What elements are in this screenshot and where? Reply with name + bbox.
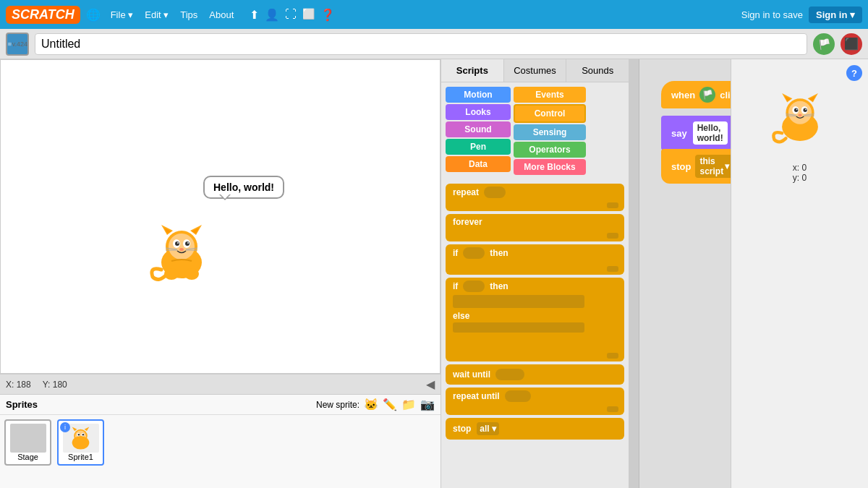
category-sensing[interactable]: Sensing [514, 124, 586, 140]
ws-say-block[interactable]: say Hello, world! [661, 116, 731, 150]
ws-stop-label: stop [671, 161, 691, 172]
if-label: if [453, 248, 458, 258]
sign-in-button[interactable]: Sign in ▾ [809, 7, 862, 23]
ws-say-input[interactable]: Hello, world! [693, 121, 728, 145]
help-icon[interactable]: ❓ [320, 8, 335, 22]
ws-hat-block[interactable]: when 🏳️ clicked [661, 81, 731, 108]
category-sound[interactable]: Sound [446, 121, 511, 137]
right-panel: ? [731, 59, 868, 488]
tab-scripts[interactable]: Scripts [441, 59, 504, 82]
category-control[interactable]: Control [514, 104, 586, 123]
ws-stop-block[interactable]: stop this script ▾ [661, 149, 731, 184]
category-looks[interactable]: Looks [446, 104, 511, 120]
ws-stop-dropdown[interactable]: this script ▾ [695, 155, 731, 178]
y-display: y: 0 [793, 173, 807, 183]
repeat-slot [484, 187, 506, 198]
info-badge[interactable]: i [60, 422, 70, 432]
edit-menu[interactable]: Edit ▾ [140, 8, 173, 22]
globe-icon[interactable]: 🌐 [86, 8, 101, 22]
scroll-arrow[interactable]: ◀ [426, 377, 435, 391]
category-more-blocks[interactable]: More Blocks [514, 159, 586, 175]
tab-sounds[interactable]: Sounds [566, 59, 629, 82]
repeat-block[interactable]: repeat [446, 184, 624, 211]
stage-thumb [10, 424, 46, 453]
x-display: x: 0 [793, 163, 807, 173]
speech-bubble: Hello, world! [203, 176, 284, 199]
svg-marker-26 [85, 427, 90, 431]
category-data[interactable]: Data [446, 156, 511, 172]
upload-sprite-icon[interactable]: 📁 [401, 398, 416, 411]
if-condition-slot [463, 247, 485, 259]
repeat-until-label: repeat until [453, 391, 500, 401]
stop-label: stop [453, 424, 471, 434]
paint-sprite-icon[interactable]: 🐱 [364, 398, 378, 411]
sign-in-to-save[interactable]: Sign in to save [741, 9, 803, 20]
category-pen[interactable]: Pen [446, 139, 511, 155]
fullscreen-icon[interactable]: ⛶ [285, 8, 297, 22]
wait-condition-slot [495, 369, 524, 380]
workspace-inner: when 🏳️ clicked say Hello, world! stop t… [639, 59, 731, 488]
help-button[interactable]: ? [846, 65, 862, 81]
stop-dropdown-value: all ▾ [480, 424, 496, 434]
repeat-until-block[interactable]: repeat until [446, 388, 624, 415]
repeat-label: repeat [453, 187, 479, 197]
topbar-nav: File ▾ Edit ▾ Tips About [106, 8, 239, 22]
script-workspace[interactable]: when 🏳️ clicked say Hello, world! stop t… [639, 59, 731, 488]
wait-until-block[interactable]: wait until [446, 364, 624, 385]
stop-all-block[interactable]: stop all ▾ [446, 418, 624, 440]
theater-icon[interactable]: ⬜ [302, 8, 315, 22]
topbar-icons: ⬆ 👤 ⛶ ⬜ ❓ [250, 8, 335, 22]
pencil-sprite-icon[interactable]: ✏️ [383, 398, 397, 411]
sprites-list: Stage i [0, 415, 441, 470]
ws-stop-arrow: ▾ [725, 161, 729, 171]
then-label: then [490, 248, 508, 258]
file-menu[interactable]: File ▾ [106, 8, 138, 22]
svg-point-46 [805, 108, 807, 110]
tips-menu[interactable]: Tips [176, 8, 202, 22]
category-operators[interactable]: Operators [514, 142, 586, 158]
sprite1-item[interactable]: i [57, 419, 104, 466]
block-categories: Motion Looks Sound Pen Data Events Contr… [441, 82, 629, 179]
cat-sprite: Hello, world! [145, 219, 218, 286]
forever-block[interactable]: forever [446, 214, 624, 241]
project-title-input[interactable] [35, 33, 807, 55]
about-menu[interactable]: About [205, 8, 238, 22]
topbar: SCRATCH 🌐 File ▾ Edit ▾ Tips About ⬆ 👤 ⛶… [0, 0, 868, 29]
new-sprite-row: New sprite: 🐱 ✏️ 📁 📷 [316, 398, 435, 411]
tab-costumes[interactable]: Costumes [504, 59, 567, 82]
ws-when-label: when [671, 90, 695, 100]
person-icon[interactable]: 👤 [265, 8, 279, 22]
y-coordinate: Y: 180 [43, 380, 67, 390]
scratch-logo[interactable]: SCRATCH [6, 6, 80, 24]
svg-marker-25 [72, 427, 77, 431]
svg-point-14 [185, 241, 190, 246]
xy-display: x: 0 y: 0 [793, 163, 807, 183]
camera-sprite-icon[interactable]: 📷 [420, 398, 435, 411]
category-motion[interactable]: Motion [446, 87, 511, 103]
wait-until-label: wait until [453, 369, 490, 380]
svg-point-30 [78, 434, 80, 436]
sprite-thumbnail: v.424 [6, 33, 29, 56]
green-flag-button[interactable]: 🏳️ [813, 33, 835, 55]
if-then-block[interactable]: if then [446, 244, 624, 275]
else-label: else [453, 311, 469, 321]
ws-flag-icon: 🏳️ [699, 87, 715, 103]
category-events[interactable]: Events [514, 87, 586, 103]
upload-icon[interactable]: ⬆ [250, 8, 259, 22]
stop-button[interactable]: ⬛ [841, 33, 862, 55]
forever-label: forever [453, 217, 482, 227]
blocks-list: repeat forever if then if [441, 179, 629, 488]
stop-dropdown[interactable]: all ▾ [477, 422, 499, 435]
cat-svg [145, 219, 218, 284]
new-sprite-label: New sprite: [316, 400, 359, 410]
ws-stop-value: this script [699, 156, 723, 176]
if-then-else-block[interactable]: if then else [446, 278, 624, 361]
stage-area: Hello, world! [0, 59, 441, 488]
sprites-header: Sprites New sprite: 🐱 ✏️ 📁 📷 [0, 395, 441, 415]
stage-sprite-item[interactable]: Stage [4, 419, 51, 466]
svg-point-43 [794, 108, 798, 112]
if2-condition-slot [463, 281, 485, 292]
svg-point-22 [164, 268, 179, 280]
version-label: v.424 [12, 40, 27, 48]
repeat-until-slot [505, 390, 531, 402]
